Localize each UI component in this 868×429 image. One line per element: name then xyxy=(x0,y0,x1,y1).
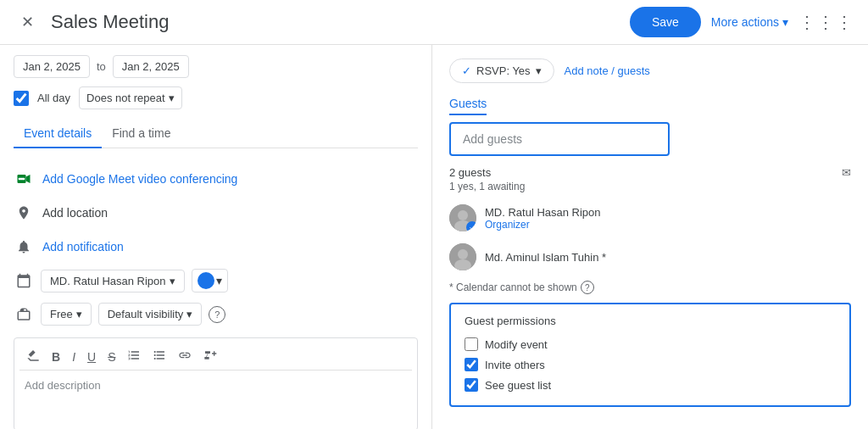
permissions-title: Guest permissions xyxy=(465,315,836,327)
close-icon: ✕ xyxy=(21,13,34,31)
bold-button[interactable]: B xyxy=(48,348,64,365)
calendar-note: * Calendar cannot be shown ? xyxy=(449,281,851,294)
description-toolbar: B I U S xyxy=(19,343,412,370)
description-area: B I U S Add d xyxy=(14,337,418,429)
briefcase-icon xyxy=(14,304,34,325)
add-guests-placeholder: Add guests xyxy=(463,132,522,146)
rsvp-button[interactable]: ✓ RSVP: Yes ▾ xyxy=(449,58,554,83)
permission-invite-others-checkbox[interactable] xyxy=(465,358,478,371)
guest-avatar-2 xyxy=(449,243,476,270)
more-actions-chevron-icon: ▾ xyxy=(782,15,788,29)
guest-item-1: MD. Ratul Hasan Ripon Organizer xyxy=(449,201,851,235)
bell-icon xyxy=(14,237,34,257)
repeat-value: Does not repeat xyxy=(86,92,165,104)
permission-invite-others-label: Invite others xyxy=(485,359,545,371)
highlight-button[interactable] xyxy=(23,347,43,366)
visibility-help-icon[interactable]: ? xyxy=(209,306,225,323)
top-bar: ✕ Sales Meeting Save More actions ▾ ⋮⋮⋮ xyxy=(0,0,868,45)
free-status-label: Free xyxy=(50,308,73,320)
google-meet-icon xyxy=(14,169,34,189)
guest-role-1: Organizer xyxy=(485,219,601,231)
guest-name-2: Md. Aminul Islam Tuhin * xyxy=(485,251,606,264)
notification-row[interactable]: Add notification xyxy=(14,230,418,264)
color-dot xyxy=(198,272,214,289)
mail-icon[interactable]: ✉ xyxy=(842,166,851,179)
svg-point-7 xyxy=(458,249,468,259)
right-panel: ✓ RSVP: Yes ▾ Add note / guests Guests A… xyxy=(432,45,868,429)
unordered-list-button[interactable] xyxy=(149,347,170,366)
underline-button[interactable]: U xyxy=(84,348,99,365)
date-row: Jan 2, 2025 to Jan 2, 2025 xyxy=(14,55,418,78)
date-separator: to xyxy=(97,60,106,73)
close-button[interactable]: ✕ xyxy=(14,8,41,36)
guests-awaiting: 1 yes, 1 awaiting xyxy=(449,181,851,192)
permission-see-guest-list: See guest list xyxy=(465,375,836,395)
repeat-chevron-icon: ▾ xyxy=(169,92,175,104)
cal-selector-row: MD. Ratul Hasan Ripon ▾ ▾ xyxy=(14,264,418,298)
link-button[interactable] xyxy=(175,347,195,366)
notification-text: Add notification xyxy=(42,240,124,254)
add-note-button[interactable]: Add note / guests xyxy=(565,64,650,77)
svg-rect-2 xyxy=(19,178,25,181)
apps-grid-icon[interactable]: ⋮⋮⋮ xyxy=(798,12,854,32)
end-date-chip[interactable]: Jan 2, 2025 xyxy=(113,55,189,78)
allday-label: All day xyxy=(37,92,70,104)
strikethrough-button[interactable]: S xyxy=(104,348,119,365)
svg-marker-1 xyxy=(26,175,31,183)
color-chevron-icon: ▾ xyxy=(216,274,222,287)
permission-see-guest-list-checkbox[interactable] xyxy=(465,378,478,392)
free-status-chevron: ▾ xyxy=(76,308,82,320)
calendar-icon xyxy=(14,270,34,291)
location-text: Add location xyxy=(42,206,108,220)
google-meet-row[interactable]: Add Google Meet video conferencing xyxy=(14,162,418,196)
repeat-select[interactable]: Does not repeat ▾ xyxy=(79,86,182,109)
guest-item-2: Md. Aminul Islam Tuhin * xyxy=(449,240,851,274)
italic-button[interactable]: I xyxy=(69,348,79,365)
app-container: ✕ Sales Meeting Save More actions ▾ ⋮⋮⋮ … xyxy=(0,0,868,429)
tab-find-time[interactable]: Find a time xyxy=(102,120,181,148)
main-content: Jan 2, 2025 to Jan 2, 2025 All day Does … xyxy=(0,45,868,429)
permission-modify-event-label: Modify event xyxy=(485,338,548,351)
remove-format-button[interactable] xyxy=(200,347,220,366)
rsvp-check-icon: ✓ xyxy=(462,64,471,77)
svg-point-4 xyxy=(458,210,468,220)
guests-count-row: 2 guests ✉ xyxy=(449,166,851,179)
status-row: Free ▾ Default visibility ▾ ? xyxy=(14,298,418,331)
permission-modify-event-checkbox[interactable] xyxy=(465,337,478,351)
more-actions-button[interactable]: More actions ▾ xyxy=(711,15,788,29)
free-status-dropdown[interactable]: Free ▾ xyxy=(41,303,92,326)
tabs-row: Event details Find a time xyxy=(14,120,418,148)
permission-modify-event: Modify event xyxy=(465,334,836,354)
left-panel: Jan 2, 2025 to Jan 2, 2025 All day Does … xyxy=(0,45,432,429)
calendar-note-help-icon[interactable]: ? xyxy=(581,281,594,294)
guest-avatar-1 xyxy=(449,204,476,231)
calendar-dropdown-chevron: ▾ xyxy=(170,275,175,287)
more-actions-label: More actions xyxy=(711,15,779,29)
guest-info-1: MD. Ratul Hasan Ripon Organizer xyxy=(485,206,601,231)
description-input[interactable]: Add description xyxy=(19,374,412,425)
calendar-note-text: * Calendar cannot be shown xyxy=(449,281,577,293)
tab-event-details[interactable]: Event details xyxy=(14,120,102,148)
rsvp-chevron-icon: ▾ xyxy=(536,64,542,77)
event-title: Sales Meeting xyxy=(51,11,620,33)
allday-checkbox[interactable] xyxy=(14,91,29,106)
guest-info-2: Md. Aminul Islam Tuhin * xyxy=(485,251,606,264)
color-dropdown[interactable]: ▾ xyxy=(192,269,228,292)
visibility-label: Default visibility xyxy=(108,308,184,320)
ordered-list-button[interactable] xyxy=(124,347,144,366)
allday-row: All day Does not repeat ▾ xyxy=(14,86,418,109)
calendar-dropdown[interactable]: MD. Ratul Hasan Ripon ▾ xyxy=(41,270,185,292)
permission-see-guest-list-label: See guest list xyxy=(485,379,551,392)
location-icon xyxy=(14,203,34,223)
guests-section: Guests xyxy=(449,97,851,122)
calendar-name: MD. Ratul Hasan Ripon xyxy=(50,275,166,287)
location-row[interactable]: Add location xyxy=(14,196,418,230)
guest-name-1: MD. Ratul Hasan Ripon xyxy=(485,206,601,219)
visibility-dropdown[interactable]: Default visibility ▾ xyxy=(98,303,203,326)
start-date-chip[interactable]: Jan 2, 2025 xyxy=(14,55,90,78)
save-button[interactable]: Save xyxy=(630,7,701,37)
rsvp-label: RSVP: Yes xyxy=(476,64,531,77)
add-guests-input[interactable]: Add guests xyxy=(449,122,670,156)
guests-title: Guests xyxy=(449,97,487,115)
guests-count-label: 2 guests xyxy=(449,166,491,179)
